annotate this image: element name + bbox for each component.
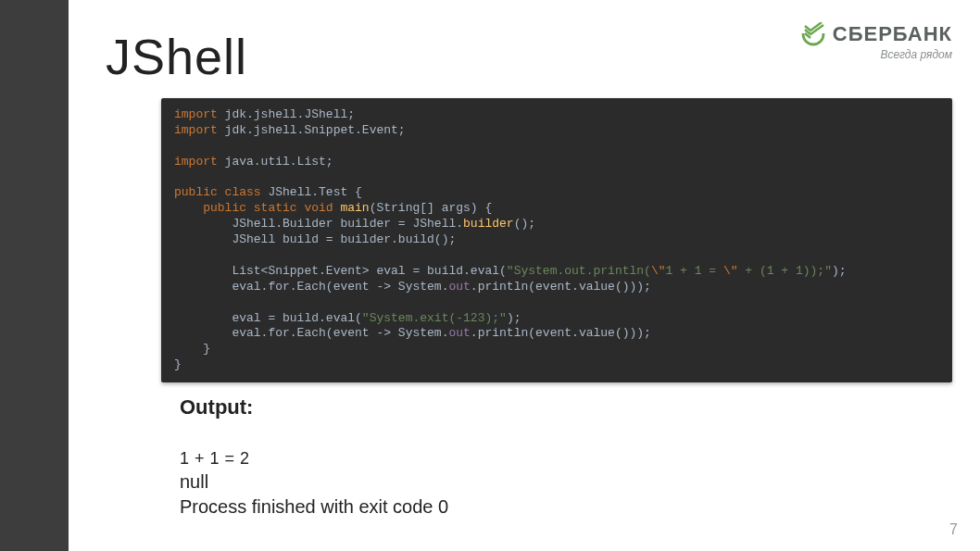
code-token: java.util.List; <box>225 155 333 169</box>
code-token: "System.out.println( <box>507 264 651 278</box>
code-token: + (1 + 1));" <box>738 264 832 278</box>
code-token: JShell build = builder.build(); <box>174 232 456 246</box>
output-line: 1 + 1 = 2 <box>180 447 952 470</box>
code-token: "System.exit(-123);" <box>362 311 507 325</box>
code-token: jdk.jshell.JShell; <box>225 107 355 121</box>
code-token: out <box>448 280 470 294</box>
code-token: JShell.Test { <box>268 185 361 199</box>
output-body: 1 + 1 = 2 null Process finished with exi… <box>180 447 952 520</box>
code-token: import <box>174 155 225 169</box>
code-token: (); <box>514 217 535 231</box>
code-token: \" <box>723 264 738 278</box>
output-header: Output: <box>180 395 952 420</box>
output-line: null <box>180 470 952 495</box>
slide-content: JShell СБЕРБАНК Всегда рядом import jdk.… <box>69 0 980 551</box>
code-token: \" <box>651 264 666 278</box>
code-token: import <box>174 107 225 121</box>
code-token: .println(event.value())); <box>471 326 651 340</box>
code-token: eval = build.eval( <box>174 311 362 325</box>
code-token: ); <box>507 311 521 325</box>
code-token: } <box>174 342 210 356</box>
header: JShell СБЕРБАНК Всегда рядом <box>106 19 952 85</box>
code-token: builder <box>463 217 514 231</box>
code-token: 1 + 1 = <box>666 264 723 278</box>
code-token: jdk.jshell.Snippet.Event; <box>225 123 406 137</box>
sberbank-icon <box>801 22 825 46</box>
code-token: .println(event.value())); <box>471 280 651 294</box>
code-token: import <box>174 123 225 137</box>
page-title: JShell <box>106 28 247 85</box>
code-token: public static void <box>174 201 340 215</box>
code-token: eval.for.Each(event -> System. <box>174 280 448 294</box>
sidebar-stripe <box>0 0 69 551</box>
code-token: eval.for.Each(event -> System. <box>174 326 448 340</box>
code-token: public class <box>174 185 268 199</box>
code-token: ); <box>832 264 847 278</box>
brand-logo-row: СБЕРБАНК <box>801 22 952 46</box>
code-token: } <box>174 357 182 371</box>
brand-logo: СБЕРБАНК Всегда рядом <box>801 22 952 61</box>
code-token: (String[] args) { <box>370 201 493 215</box>
page-number: 7 <box>949 521 958 538</box>
code-token: main <box>340 201 369 215</box>
code-token: out <box>448 326 470 340</box>
output-line: Process finished with exit code 0 <box>180 495 952 520</box>
brand-logo-text: СБЕРБАНК <box>833 22 952 46</box>
code-token: List<Snippet.Event> eval = build.eval( <box>174 264 507 278</box>
brand-tagline: Всегда рядом <box>801 48 952 61</box>
code-block: import jdk.jshell.JShell; import jdk.jsh… <box>161 98 952 382</box>
code-token: JShell.Builder builder = JShell. <box>174 217 463 231</box>
